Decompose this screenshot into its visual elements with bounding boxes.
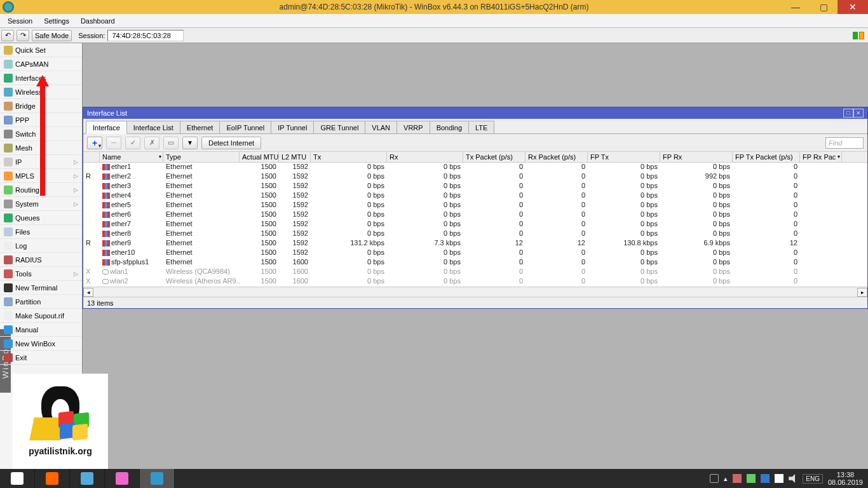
column-header[interactable]: Name▾ bbox=[100, 152, 163, 162]
grid-header[interactable]: Name▾TypeActual MTUL2 MTUTxRxTx Packet (… bbox=[83, 152, 867, 163]
subwindow-close-button[interactable]: ✕ bbox=[853, 109, 864, 118]
clock[interactable]: 13:38 08.06.2019 bbox=[828, 471, 863, 486]
tab-gre-tunnel[interactable]: GRE Tunnel bbox=[313, 121, 365, 133]
tab-interface-list[interactable]: Interface List bbox=[126, 121, 180, 133]
sidebar-item-files[interactable]: Files bbox=[0, 225, 82, 239]
sidebar-item-tools[interactable]: Tools▷ bbox=[0, 267, 82, 281]
tab-vlan[interactable]: VLAN bbox=[365, 121, 397, 133]
column-header[interactable]: Actual MTU bbox=[240, 152, 279, 162]
network-icon[interactable] bbox=[775, 474, 783, 483]
column-header[interactable] bbox=[83, 152, 100, 162]
sidebar-item-radius[interactable]: RADIUS bbox=[0, 253, 82, 267]
table-row[interactable]: Rether2Ethernet150015920 bps0 bps000 bps… bbox=[83, 172, 867, 182]
table-row[interactable]: Xwlan2Wireless (Atheros AR9...150016000 … bbox=[83, 277, 867, 287]
sidebar-item-new-winbox[interactable]: New WinBox bbox=[0, 337, 82, 351]
table-row[interactable]: sfp-sfpplus1Ethernet150016000 bps0 bps00… bbox=[83, 258, 867, 268]
tab-ethernet[interactable]: Ethernet bbox=[180, 121, 220, 133]
close-button[interactable]: ✕ bbox=[837, 0, 868, 14]
column-header[interactable]: FP Tx bbox=[588, 152, 660, 162]
table-row[interactable]: ether10Ethernet150015920 bps0 bps000 bps… bbox=[83, 248, 867, 258]
sidebar-item-new-terminal[interactable]: New Terminal bbox=[0, 281, 82, 295]
sidebar-item-partition[interactable]: Partition bbox=[0, 295, 82, 309]
tab-eoip-tunnel[interactable]: EoIP Tunnel bbox=[219, 121, 271, 133]
tray-chevron-icon[interactable]: ▴ bbox=[724, 475, 728, 483]
table-row[interactable]: ether8Ethernet150015920 bps0 bps000 bps0… bbox=[83, 229, 867, 239]
sidebar-item-manual[interactable]: Manual bbox=[0, 323, 82, 337]
sidebar-item-make-supout-rif[interactable]: Make Supout.rif bbox=[0, 309, 82, 323]
minimize-button[interactable]: — bbox=[782, 0, 810, 14]
tab-ip-tunnel[interactable]: IP Tunnel bbox=[271, 121, 314, 133]
language-indicator[interactable]: ENG bbox=[803, 474, 823, 484]
sidebar-item-log[interactable]: Log bbox=[0, 239, 82, 253]
column-header[interactable]: Rx Packet (p/s) bbox=[526, 152, 588, 162]
sidebar-item-quick-set[interactable]: Quick Set bbox=[0, 43, 82, 57]
sidebar-item-interfaces[interactable]: Interfaces bbox=[0, 71, 82, 85]
table-row[interactable]: ether7Ethernet150015920 bps0 bps000 bps0… bbox=[83, 220, 867, 229]
table-row[interactable]: Rether9Ethernet15001592131.2 kbps7.3 kbp… bbox=[83, 239, 867, 248]
taskbar-firefox[interactable] bbox=[35, 469, 70, 488]
column-header[interactable]: Type bbox=[163, 152, 240, 162]
horizontal-scrollbar[interactable]: ◂ ▸ bbox=[83, 287, 867, 297]
column-header[interactable]: L2 MTU bbox=[279, 152, 311, 162]
sidebar-item-wireless[interactable]: Wireless bbox=[0, 85, 82, 99]
table-row[interactable]: ether3Ethernet150015920 bps0 bps000 bps0… bbox=[83, 182, 867, 191]
menu-session[interactable]: Session bbox=[3, 16, 37, 26]
sidebar-item-ppp[interactable]: PPP bbox=[0, 113, 82, 127]
table-row[interactable]: ether1Ethernet150015920 bps0 bps000 bps0… bbox=[83, 163, 867, 172]
sidebar-item-system[interactable]: System▷ bbox=[0, 197, 82, 211]
table-row[interactable]: ether4Ethernet150015920 bps0 bps000 bps0… bbox=[83, 191, 867, 201]
tray-icon[interactable] bbox=[761, 474, 770, 483]
taskbar-paint[interactable] bbox=[105, 469, 140, 488]
remove-button[interactable]: − bbox=[106, 137, 121, 149]
table-row[interactable]: ether6Ethernet150015920 bps0 bps000 bps0… bbox=[83, 210, 867, 220]
taskbar-chrome[interactable] bbox=[0, 469, 35, 488]
find-input[interactable]: Find bbox=[825, 137, 864, 149]
session-field[interactable]: 74:4D:28:5C:03:28 bbox=[107, 30, 184, 41]
subwindow-restore-button[interactable]: □ bbox=[843, 109, 853, 118]
enable-button[interactable]: ✓ bbox=[125, 137, 140, 149]
sidebar-item-mesh[interactable]: Mesh bbox=[0, 141, 82, 155]
add-button[interactable]: + bbox=[87, 137, 102, 149]
scroll-track[interactable] bbox=[93, 288, 857, 297]
tab-interface[interactable]: Interface bbox=[86, 121, 127, 134]
sidebar-item-capsman[interactable]: CAPsMAN bbox=[0, 57, 82, 71]
sidebar-item-routing[interactable]: Routing▷ bbox=[0, 183, 82, 197]
sidebar-item-exit[interactable]: Exit bbox=[0, 351, 82, 365]
taskbar-winbox[interactable] bbox=[140, 469, 175, 488]
column-header[interactable]: FP Rx bbox=[660, 152, 733, 162]
sidebar-item-bridge[interactable]: Bridge bbox=[0, 99, 82, 113]
disable-button[interactable]: ✗ bbox=[144, 137, 159, 149]
maximize-button[interactable]: ▢ bbox=[810, 0, 837, 14]
tab-lte[interactable]: LTE bbox=[468, 121, 494, 133]
detect-internet-button[interactable]: Detect Internet bbox=[201, 137, 261, 149]
column-header[interactable]: Tx Packet (p/s) bbox=[463, 152, 526, 162]
column-header[interactable]: FP Rx Pac▾ bbox=[800, 152, 842, 162]
table-row[interactable]: Xwlan1Wireless (QCA9984)150016000 bps0 b… bbox=[83, 268, 867, 277]
column-header[interactable]: Tx bbox=[311, 152, 387, 162]
tray-icon[interactable] bbox=[747, 474, 756, 483]
menu-dashboard[interactable]: Dashboard bbox=[76, 16, 120, 26]
tab-vrrp[interactable]: VRRP bbox=[397, 121, 430, 133]
menu-settings[interactable]: Settings bbox=[39, 16, 74, 26]
sidebar-item-label: Switch bbox=[15, 130, 36, 138]
keyboard-icon[interactable] bbox=[710, 474, 719, 483]
redo-button[interactable]: ↷ bbox=[17, 30, 29, 41]
comment-button[interactable]: ▭ bbox=[163, 137, 179, 149]
safe-mode-button[interactable]: Safe Mode bbox=[32, 30, 72, 41]
scroll-left-button[interactable]: ◂ bbox=[83, 288, 93, 297]
tray-icon[interactable] bbox=[733, 474, 742, 483]
sidebar-item-queues[interactable]: Queues bbox=[0, 211, 82, 225]
volume-icon[interactable] bbox=[789, 474, 797, 483]
filter-button[interactable]: ▼ bbox=[182, 137, 198, 149]
sidebar-item-mpls[interactable]: MPLS▷ bbox=[0, 169, 82, 183]
tab-bonding[interactable]: Bonding bbox=[430, 121, 469, 133]
scroll-right-button[interactable]: ▸ bbox=[857, 288, 867, 297]
taskbar-notepad[interactable] bbox=[70, 469, 105, 488]
sidebar-item-switch[interactable]: Switch bbox=[0, 127, 82, 141]
subwindow-titlebar[interactable]: Interface List □ ✕ bbox=[83, 107, 867, 119]
undo-button[interactable]: ↶ bbox=[1, 30, 14, 41]
table-row[interactable]: ether5Ethernet150015920 bps0 bps000 bps0… bbox=[83, 201, 867, 210]
sidebar-item-ip[interactable]: IP▷ bbox=[0, 155, 82, 169]
column-header[interactable]: FP Tx Packet (p/s) bbox=[733, 152, 800, 162]
column-header[interactable]: Rx bbox=[387, 152, 463, 162]
